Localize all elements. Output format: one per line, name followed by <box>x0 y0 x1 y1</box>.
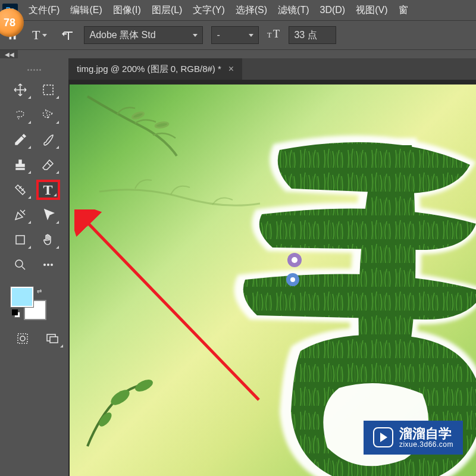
svg-point-12 <box>131 111 145 120</box>
svg-rect-11 <box>50 337 58 343</box>
svg-point-4 <box>15 260 23 267</box>
swap-colors-icon[interactable]: ⇄ <box>37 288 44 295</box>
menu-type[interactable]: 文字(Y) <box>193 4 224 17</box>
font-family-dropdown[interactable]: Adobe 黑体 Std <box>84 26 203 44</box>
canvas[interactable]: 溜溜自学 zixue.3d66.com <box>70 84 476 476</box>
menu-edit[interactable]: 编辑(E) <box>70 4 102 17</box>
menu-image[interactable]: 图像(I) <box>113 4 141 17</box>
menu-view[interactable]: 视图(V) <box>356 4 387 17</box>
type-tool-icon: T <box>32 27 40 43</box>
type-tool[interactable]: T <box>36 180 60 200</box>
watermark-text: 溜溜自学 <box>399 427 453 441</box>
svg-point-6 <box>47 264 49 266</box>
panel-collapse-handle[interactable]: ◀◀ <box>0 50 18 58</box>
marquee-tool[interactable] <box>36 80 60 100</box>
menu-select[interactable]: 选择(S) <box>236 4 267 17</box>
document-tab-bar: timg.jpg @ 200% (图层 0, RGB/8#) * × <box>68 58 476 80</box>
document-tab-title: timg.jpg @ 200% (图层 0, RGB/8#) * <box>77 64 221 75</box>
font-size-value: 33 点 <box>294 29 317 42</box>
font-style-dropdown[interactable]: - <box>211 26 259 44</box>
svg-rect-3 <box>16 236 24 244</box>
font-size-icon: TT <box>267 28 284 43</box>
font-size-dropdown[interactable]: 33 点 <box>289 26 336 44</box>
default-colors-icon[interactable] <box>12 309 20 318</box>
text-orientation-button[interactable] <box>59 27 76 43</box>
path-select-tool[interactable] <box>36 205 60 225</box>
options-bar: T Adobe 黑体 Std - TT 33 点 <box>0 20 476 50</box>
watermark-url: zixue.3d66.com <box>399 441 453 449</box>
svg-rect-8 <box>18 334 27 343</box>
chevron-down-icon <box>42 34 47 37</box>
menu-3d[interactable]: 3D(D) <box>320 5 346 15</box>
tools-panel: T <box>0 58 68 476</box>
move-tool[interactable] <box>8 80 32 100</box>
stamp-tool[interactable] <box>8 155 32 175</box>
eyedropper-tool[interactable] <box>8 130 32 150</box>
document-tab[interactable]: timg.jpg @ 200% (图层 0, RGB/8#) * × <box>68 58 242 80</box>
type-tool-icon: T <box>43 182 52 198</box>
watermark: 溜溜自学 zixue.3d66.com <box>364 421 463 455</box>
svg-point-13 <box>155 121 168 129</box>
hand-tool[interactable] <box>36 230 60 250</box>
svg-rect-2 <box>43 85 53 95</box>
close-icon[interactable]: × <box>228 64 234 74</box>
svg-text:T: T <box>267 31 272 39</box>
zoom-tool[interactable] <box>8 255 32 275</box>
menu-bar: Ps 文件(F) 编辑(E) 图像(I) 图层(L) 文字(Y) 选择(S) 滤… <box>0 0 476 20</box>
svg-point-15 <box>133 377 155 394</box>
svg-point-9 <box>20 336 25 341</box>
foreground-color-swatch[interactable] <box>11 287 33 307</box>
eraser-tool[interactable] <box>36 155 60 175</box>
color-swatches[interactable]: ⇄ <box>11 287 46 320</box>
chevron-down-icon <box>249 34 253 37</box>
more-tools[interactable] <box>36 255 60 275</box>
menu-file[interactable]: 文件(F) <box>29 4 60 17</box>
shape-tool[interactable] <box>8 230 32 250</box>
quick-mask-tool[interactable] <box>11 328 35 349</box>
healing-tool[interactable] <box>8 180 32 200</box>
screen-mode-tool[interactable] <box>40 328 64 349</box>
font-style-value: - <box>217 30 220 40</box>
quick-select-tool[interactable] <box>36 105 60 125</box>
svg-point-21 <box>290 277 295 282</box>
pen-tool[interactable] <box>8 205 32 225</box>
menu-window[interactable]: 窗 <box>399 4 408 17</box>
font-family-value: Adobe 黑体 Std <box>89 29 155 42</box>
watermark-logo-icon <box>373 427 393 447</box>
lasso-tool[interactable] <box>8 105 32 125</box>
document-area: timg.jpg @ 200% (图层 0, RGB/8#) * × <box>68 58 476 476</box>
tool-preset-picker[interactable]: T <box>29 25 51 45</box>
brush-tool[interactable] <box>36 130 60 150</box>
menu-filter[interactable]: 滤镜(T) <box>278 4 309 17</box>
svg-text:T: T <box>273 28 280 40</box>
chevron-down-icon <box>193 34 198 37</box>
svg-point-19 <box>292 257 298 263</box>
svg-point-5 <box>43 264 46 266</box>
svg-point-7 <box>51 264 53 266</box>
panel-grip[interactable] <box>0 65 68 74</box>
menu-layer[interactable]: 图层(L) <box>152 4 183 17</box>
